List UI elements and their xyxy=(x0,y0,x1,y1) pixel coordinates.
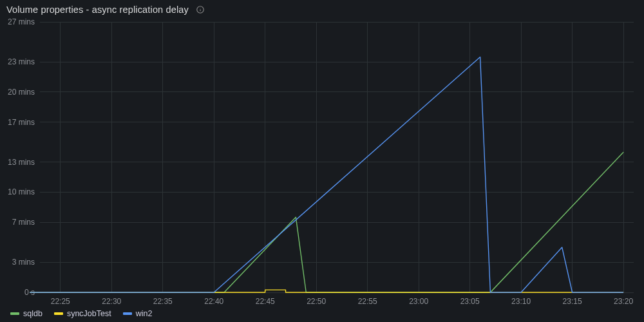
y-tick-label: 13 mins xyxy=(8,158,35,167)
legend-label: syncJobTest xyxy=(67,309,111,318)
x-tick-label: 23:10 xyxy=(511,297,531,306)
legend-label: win2 xyxy=(136,309,153,318)
y-tick-label: 7 mins xyxy=(12,218,35,227)
y-tick-label: 17 mins xyxy=(8,118,35,127)
panel: Volume properties - async replication de… xyxy=(0,0,644,322)
y-tick-label: 27 mins xyxy=(8,17,35,26)
legend-item-syncjobtest[interactable]: syncJobTest xyxy=(54,309,111,318)
info-icon[interactable] xyxy=(195,5,205,15)
panel-title: Volume properties - async replication de… xyxy=(6,5,189,15)
panel-header[interactable]: Volume properties - async replication de… xyxy=(0,0,644,18)
chart-plot-area[interactable]: 0 s3 mins7 mins10 mins13 mins17 mins20 m… xyxy=(40,22,634,292)
x-tick-label: 23:15 xyxy=(563,297,582,306)
x-tick-label: 22:35 xyxy=(153,297,173,306)
legend: sqldb syncJobTest win2 xyxy=(10,309,152,318)
x-tick-label: 22:50 xyxy=(307,297,326,306)
x-tick-label: 23:20 xyxy=(614,297,633,306)
legend-item-sqldb[interactable]: sqldb xyxy=(10,309,43,318)
x-tick-label: 22:45 xyxy=(256,297,275,306)
legend-label: sqldb xyxy=(23,309,43,318)
legend-swatch xyxy=(123,312,132,315)
x-tick-label: 23:00 xyxy=(409,297,428,306)
y-tick-label: 20 mins xyxy=(8,88,35,97)
x-tick-label: 23:05 xyxy=(460,297,480,306)
x-tick-label: 22:30 xyxy=(102,297,121,306)
x-tick-label: 22:55 xyxy=(358,297,377,306)
y-tick-label: 23 mins xyxy=(8,57,35,66)
legend-swatch xyxy=(10,312,19,315)
y-tick-label: 10 mins xyxy=(8,187,35,196)
legend-item-win2[interactable]: win2 xyxy=(123,309,153,318)
x-tick-label: 22:40 xyxy=(204,297,223,306)
x-tick-label: 22:25 xyxy=(51,297,70,306)
svg-point-2 xyxy=(200,8,201,8)
legend-swatch xyxy=(54,312,63,315)
y-tick-label: 3 mins xyxy=(12,258,35,267)
